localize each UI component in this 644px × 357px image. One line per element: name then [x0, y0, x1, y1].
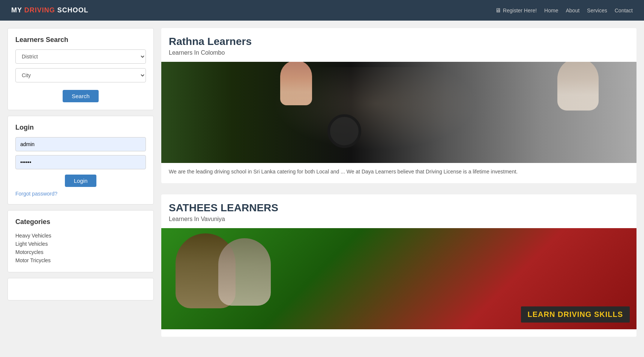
- main-container: Learners Search District City Search Log…: [0, 21, 644, 344]
- extra-card: [8, 278, 154, 300]
- search-card: Learners Search District City Search: [8, 28, 154, 110]
- content-area: Rathna Learners Learners In Colombo We a…: [161, 28, 636, 337]
- rathna-description: We are the leading driving school in Sri…: [161, 163, 636, 176]
- login-card: Login Login Forgot password?: [8, 116, 154, 205]
- brand-driving: DRIVING: [24, 6, 55, 14]
- navbar-links: 🖥 Register Here! Home About Services Con…: [495, 7, 633, 14]
- sidebar: Learners Search District City Search Log…: [8, 28, 154, 337]
- contact-link[interactable]: Contact: [615, 7, 633, 13]
- rathna-image: [161, 62, 636, 163]
- category-heavy-vehicles[interactable]: Heavy Vehicles: [15, 232, 146, 240]
- school-rathna: Rathna Learners Learners In Colombo We a…: [161, 28, 636, 183]
- register-link[interactable]: 🖥 Register Here!: [495, 7, 537, 14]
- sathees-name: SATHEES LEARNERS: [161, 194, 636, 216]
- site-brand: MY DRIVING SCHOOL: [11, 6, 89, 14]
- category-light-vehicles[interactable]: Light Vehicles: [15, 240, 146, 248]
- sathees-image: LEARN DRIVING SKILLS: [161, 228, 636, 329]
- password-input[interactable]: [15, 155, 146, 169]
- register-label: Register Here!: [503, 7, 537, 13]
- rathna-name: Rathna Learners: [161, 28, 636, 49]
- login-button[interactable]: Login: [65, 175, 97, 187]
- search-title: Learners Search: [15, 36, 146, 44]
- home-link[interactable]: Home: [544, 7, 558, 13]
- brand-my: MY: [11, 6, 24, 14]
- monitor-icon: 🖥: [495, 7, 501, 14]
- about-link[interactable]: About: [566, 7, 579, 13]
- sathees-banner: LEARN DRIVING SKILLS: [521, 306, 630, 323]
- brand-school: SCHOOL: [55, 6, 89, 14]
- login-title: Login: [15, 124, 146, 131]
- sathees-location: Learners In Vavuniya: [161, 216, 636, 228]
- categories-card: Categories Heavy Vehicles Light Vehicles…: [8, 210, 154, 272]
- city-select[interactable]: City: [15, 68, 146, 82]
- school-sathees: SATHEES LEARNERS Learners In Vavuniya LE…: [161, 194, 636, 337]
- services-link[interactable]: Services: [587, 7, 607, 13]
- search-button[interactable]: Search: [63, 90, 99, 102]
- categories-title: Categories: [15, 218, 146, 226]
- category-motor-tricycles[interactable]: Motor Tricycles: [15, 256, 146, 264]
- username-input[interactable]: [15, 137, 146, 151]
- navbar: MY DRIVING SCHOOL 🖥 Register Here! Home …: [0, 0, 644, 21]
- categories-list: Heavy Vehicles Light Vehicles Motorcycle…: [15, 232, 146, 264]
- category-motorcycles[interactable]: Motorcycles: [15, 248, 146, 256]
- district-select[interactable]: District: [15, 49, 146, 64]
- forgot-password-link[interactable]: Forgot password?: [15, 191, 146, 197]
- rathna-location: Learners In Colombo: [161, 49, 636, 62]
